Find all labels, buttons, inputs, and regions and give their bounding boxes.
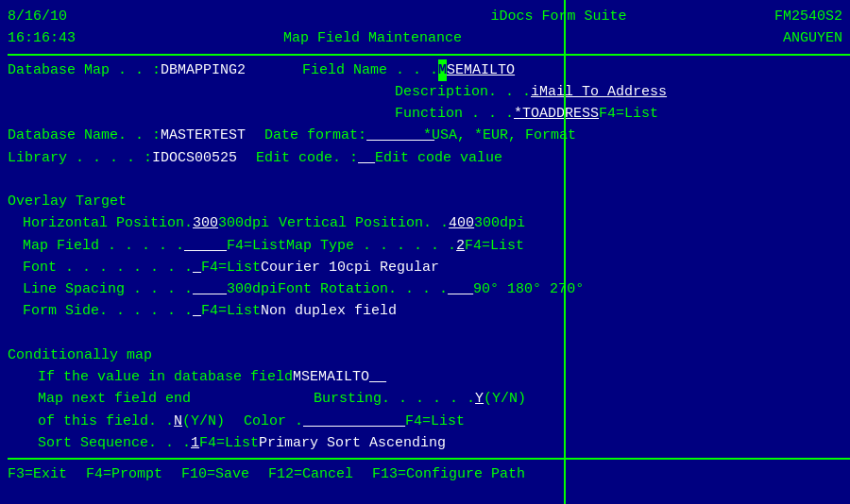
time: 16:16:43 [8, 27, 76, 49]
overlay-label: Overlay Target [8, 191, 127, 212]
line-spacing-dpi: 300dpi [227, 278, 278, 300]
db-name-label: Database Name. . : [8, 125, 161, 146]
horiz-dpi: 300dpi [218, 212, 269, 234]
function-row: Function . . . *TOADDRESS F4=List [8, 103, 842, 125]
vert-dpi: 300dpi [474, 212, 525, 234]
date: 8/16/10 [8, 6, 67, 27]
of-this-value[interactable]: N [174, 411, 182, 432]
line-spacing-row: Line Spacing . . . . ____ 300dpi Font Ro… [8, 278, 842, 300]
color-hint: F4=List [405, 411, 465, 432]
overlay-section: Overlay Target [8, 191, 842, 212]
map-field-value[interactable]: _____ [184, 235, 227, 257]
edit-code-desc: Edit code value [375, 147, 502, 169]
function-value[interactable]: *TOADDRESS [514, 103, 599, 125]
db-map-label: Database Map . . : [8, 59, 161, 81]
bursting-value[interactable]: Y [475, 388, 484, 410]
map-type-hint: F4=List [465, 235, 524, 257]
library-row: Library . . . . : IDOCS00525 Edit code. … [8, 147, 842, 169]
date-format-label: Date format: [246, 125, 366, 146]
if-value-label: If the value in database field [8, 366, 293, 388]
map-next-row: Map next field end Bursting. . . . . . Y… [8, 388, 842, 410]
font-rotation-value[interactable]: ___ [448, 278, 473, 300]
font-rotation-options: 90° 180° 270° [473, 278, 584, 300]
font-row: Font . . . . . . . . _ F4=List Courier 1… [8, 257, 842, 278]
bursting-label: Bursting. . . . . . [191, 388, 475, 410]
f12-key[interactable]: F12=Cancel [249, 463, 353, 485]
footer-row: F3=Exit F4=Prompt F10=Save F12=Cancel F1… [8, 463, 842, 485]
f3-key[interactable]: F3=Exit [8, 463, 67, 485]
line-spacing-label: Line Spacing . . . . [8, 278, 193, 300]
of-this-hint: (Y/N) [182, 411, 225, 432]
line-spacing-value[interactable]: ____ [193, 278, 227, 300]
top-divider [8, 54, 850, 56]
color-label: Color . [225, 411, 303, 432]
font-rotation-label: Font Rotation. . . . [278, 278, 448, 300]
edit-code-value[interactable]: __ [358, 147, 375, 169]
form-side-row: Form Side. . . . . . _ F4=List Non duple… [8, 300, 842, 322]
description-value[interactable]: iMail To Address [531, 81, 667, 103]
horiz-label: Horizontal Position. [8, 212, 193, 234]
sort-seq-value[interactable]: 1 [191, 432, 199, 454]
f10-key[interactable]: F10=Save [162, 463, 249, 485]
function-label: Function . . . [395, 103, 514, 125]
db-name-value: MASTERTEST [161, 125, 246, 146]
system: FM2540S2 [774, 6, 842, 27]
horiz-value[interactable]: 300 [193, 212, 218, 234]
field-name-value[interactable]: M [438, 59, 447, 81]
library-value: IDOCS00525 [152, 147, 237, 169]
spacer-1 [8, 169, 842, 191]
font-value[interactable]: _ [193, 257, 201, 278]
edit-code-label: Edit code. : [237, 147, 358, 169]
username: ANGUYEN [783, 27, 842, 49]
db-map-row: Database Map . . : DBMAPPING2 Field Name… [8, 59, 842, 81]
color-value[interactable]: ____________ [303, 411, 405, 432]
screen: 8/16/10 iDocs Form Suite FM2540S2 16:16:… [0, 0, 850, 504]
sort-seq-hint: F4=List [199, 432, 259, 454]
map-field-hint: F4=List [227, 235, 286, 257]
date-format-value[interactable] [366, 125, 423, 146]
primary-sort: Primary Sort Ascending [259, 432, 446, 454]
f13-key[interactable]: F13=Configure Path [353, 463, 525, 485]
f4-key[interactable]: F4=Prompt [67, 463, 162, 485]
conditional-label: Conditionally map [8, 344, 152, 366]
of-this-label: of this field. . [8, 411, 174, 432]
font-hint: F4=List [201, 257, 261, 278]
if-value-row: If the value in database field MSEMAILTO… [8, 366, 842, 388]
vert-label: Vertical Position. . [269, 212, 449, 234]
sort-seq-row: Sort Sequence. . . 1 F4=List Primary Sor… [8, 432, 842, 454]
field-name-label: Field Name . . . [246, 59, 438, 81]
title: iDocs Form Suite [67, 6, 842, 27]
map-type-label: Map Type . . . . . . [286, 235, 456, 257]
font-label: Font . . . . . . . . [8, 257, 193, 278]
if-field-value: MSEMAILTO [293, 366, 369, 388]
vertical-divider [564, 0, 566, 504]
library-label: Library . . . . : [8, 147, 152, 169]
of-this-row: of this field. . N (Y/N) Color . _______… [8, 411, 842, 432]
font-desc: Courier 10cpi Regular [261, 257, 439, 278]
form-side-label: Form Side. . . . . . [8, 300, 193, 322]
header-row-1: 8/16/10 iDocs Form Suite FM2540S2 [8, 6, 842, 27]
position-row: Horizontal Position. 300 300dpi Vertical… [8, 212, 842, 234]
map-field-label: Map Field . . . . . [8, 235, 184, 257]
form-side-hint: F4=List [201, 300, 261, 322]
sort-seq-label: Sort Sequence. . . [8, 432, 191, 454]
bottom-divider [8, 458, 850, 460]
map-next-label: Map next field end [8, 388, 191, 410]
spacer-2 [8, 323, 842, 344]
header-row-2: 16:16:43 Map Field Maintenance ANGUYEN [8, 27, 842, 49]
subtitle: Map Field Maintenance [76, 27, 462, 49]
db-name-row: Database Name. . : MASTERTEST Date forma… [8, 125, 842, 146]
conditional-section: Conditionally map [8, 344, 842, 366]
description-row: Description. . . iMail To Address [8, 81, 842, 103]
bursting-hint: (Y/N) [484, 388, 526, 410]
date-format-options: *USA, *EUR, Format [423, 125, 576, 146]
if-blank[interactable]: __ [369, 366, 386, 388]
vert-value[interactable]: 400 [449, 212, 474, 234]
description-label: Description. . . [395, 81, 531, 103]
map-type-value[interactable]: 2 [456, 235, 465, 257]
db-map-value: DBMAPPING2 [161, 59, 246, 81]
field-name-rest: SEMAILTO [447, 59, 515, 81]
form-side-value[interactable]: _ [193, 300, 201, 322]
form-side-desc: Non duplex field [261, 300, 397, 322]
map-field-row: Map Field . . . . . _____ F4=List Map Ty… [8, 235, 842, 257]
